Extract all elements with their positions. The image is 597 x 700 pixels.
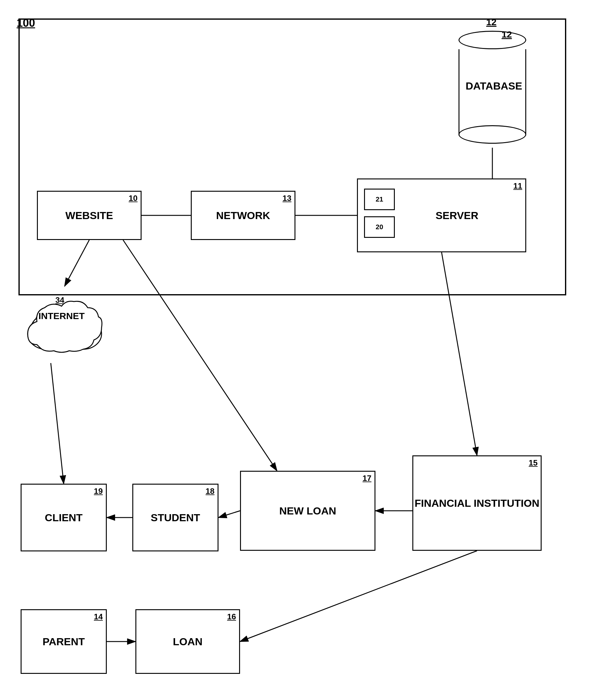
outer-box-label: 100 — [17, 17, 35, 29]
parent-number: 14 — [94, 612, 103, 622]
cylinder-bottom-ellipse — [458, 125, 526, 144]
internet-number: 34 — [55, 295, 64, 305]
newloan-number: 17 — [363, 474, 371, 483]
network-number: 13 — [282, 194, 292, 203]
loan-number: 16 — [227, 612, 236, 622]
financial-number: 15 — [529, 458, 538, 468]
parent-box: 14 PARENT — [21, 609, 107, 674]
student-number: 18 — [205, 486, 215, 496]
website-box: 10 WEBSITE — [37, 191, 142, 240]
server-number: 11 — [513, 181, 522, 191]
svg-line-20 — [219, 511, 240, 518]
client-number: 19 — [94, 486, 103, 496]
database-number: 12 — [486, 17, 496, 27]
server-inner-20-label: 20 — [365, 217, 394, 237]
newloan-box: 17 NEW LOAN — [240, 471, 375, 551]
parent-label: PARENT — [43, 635, 84, 648]
newloan-label: NEW LOAN — [279, 504, 336, 518]
internet-cloud — [16, 286, 114, 363]
database-cylinder: 12 DATABASE — [458, 31, 536, 135]
network-label: NETWORK — [216, 209, 270, 222]
loan-box: 16 LOAN — [135, 609, 240, 674]
client-box: 19 CLIENT — [21, 484, 107, 551]
student-box: 18 STUDENT — [132, 484, 219, 551]
financial-label: FINANCIAL INSTITUTION — [415, 496, 539, 510]
server-inner-21: 21 — [364, 189, 395, 210]
svg-line-22 — [240, 551, 477, 642]
internet-label: INTERNET — [31, 311, 92, 321]
diagram: 100 12 DATABASE 12 10 WEBSITE 13 NETWORK… — [0, 0, 597, 700]
network-box: 13 NETWORK — [191, 191, 295, 240]
server-label: SERVER — [436, 209, 478, 222]
website-number: 10 — [129, 194, 138, 203]
svg-line-18 — [51, 363, 64, 484]
server-inner-21-label: 21 — [365, 190, 394, 209]
database-label: DATABASE — [466, 80, 521, 92]
financial-box: 15 FINANCIAL INSTITUTION — [413, 455, 542, 551]
student-label: STUDENT — [151, 511, 200, 524]
server-box: 11 21 20 SERVER — [357, 178, 526, 252]
cylinder-body: DATABASE — [458, 49, 526, 135]
cylinder-top — [458, 31, 526, 49]
server-inner-20: 20 — [364, 216, 395, 238]
loan-label: LOAN — [173, 635, 202, 648]
website-label: WEBSITE — [66, 209, 113, 222]
database-num-label: 12 — [502, 29, 512, 40]
client-label: CLIENT — [45, 511, 83, 524]
